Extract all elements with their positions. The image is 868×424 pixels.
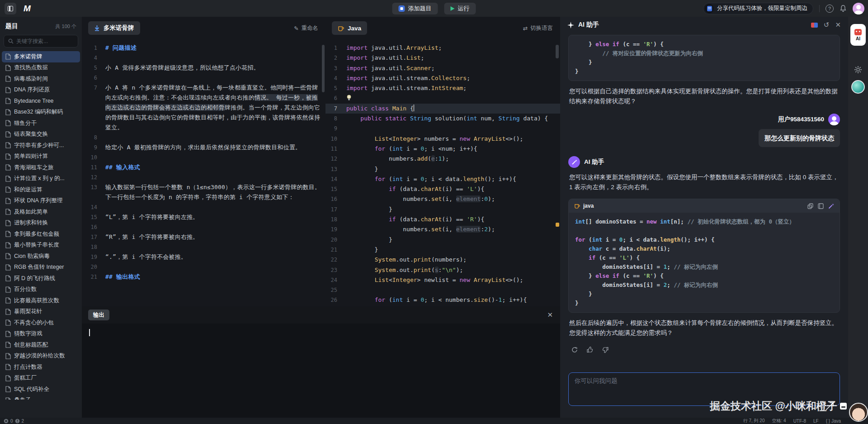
switch-language-button[interactable]: ⇄ 切换语言 [523,24,553,32]
code-line: 16 numbers.set(i, element:0); [326,194,560,204]
topbar-divider [819,5,820,12]
sidebar-problem-item[interactable]: 计算位置 x 到 y 的... [0,173,82,185]
sidebar-problem-item[interactable]: 字符串有多少种可... [0,140,82,151]
sidebar-problem-item[interactable]: RGB 色值转 Integer [0,262,82,273]
line-number: 15 [82,212,105,222]
problem-item-label: 蛋糕工厂 [14,374,37,382]
sidebar-problem-item[interactable]: Bytedance Tree [0,95,82,107]
sidebar-problem-item[interactable]: 和的逆运算 [0,184,82,195]
sidebar-problem-item[interactable]: 青海湖租车之旅 [0,162,82,173]
insert-code-icon[interactable] [818,203,824,209]
ai-close-icon[interactable]: ✕ [835,21,841,29]
sidebar-problem-item[interactable]: 拿到最多红包金额 [0,229,82,240]
thumbs-up-button[interactable] [585,344,595,355]
rename-button[interactable]: ✎ 重命名 [294,24,318,32]
code-line: 26 for (int i = 0; i < numbers.size()-1;… [326,295,560,305]
ai-code-content: } else if (c == 'R') { // 将对应位置的骨牌状态更新为向… [569,35,840,81]
sidebar-problem-item[interactable]: 及格如此简单 [0,206,82,218]
file-icon [5,375,11,381]
problem-item-label: 及格如此简单 [14,208,48,216]
regenerate-button[interactable] [569,344,580,355]
sidebar-problem-item[interactable]: 打点计数器 [0,362,82,373]
sidebar-problem-item[interactable]: 环状 DNA 序列整理 [0,195,82,207]
language-tab[interactable]: Java [332,21,367,35]
search-input[interactable]: 关键字搜索... [4,35,78,48]
sidebar-problem-item[interactable]: 简单四则计算 [0,151,82,162]
code-line: 24 List<Integer> newlist = new ArrayList… [326,275,560,285]
sidebar-problem-item[interactable]: 查找热点数据 [0,62,82,74]
problem-item-label: 猫鱼分干 [14,119,37,127]
sidebar-problem-item[interactable]: 比赛最高获胜次数 [0,295,82,306]
thumbs-down-button[interactable] [600,344,611,355]
encoding[interactable]: UTF-8 [793,419,806,424]
settings-gear-icon[interactable] [854,66,862,74]
run-button[interactable]: 运行 [444,3,476,14]
sidebar-problem-item[interactable]: 阿 D 的飞行路线 [0,273,82,284]
problem-item-label: DNA 序列还原 [14,86,50,94]
floating-widget-icon[interactable] [851,80,865,94]
sidebar-problem-item[interactable]: 创意标题匹配 [0,339,82,351]
magic-wand-icon[interactable] [828,203,834,209]
output-console[interactable] [82,324,560,418]
sidebar-problem-item[interactable]: 不再贪心的小包 [0,317,82,329]
line-number: 15 [326,184,346,194]
ai-chat-history[interactable]: } else if (c == 'R') { // 将对应位置的骨牌状态更新为向… [560,33,848,368]
history-icon[interactable]: ↺ [824,21,830,29]
help-icon[interactable]: ? [826,5,834,13]
editor-scrollbar[interactable] [556,45,559,58]
error-count[interactable]: 0 [10,419,13,424]
file-icon [5,53,11,60]
line-number: 6 [326,93,346,103]
problem-tab[interactable]: 多米诺骨牌 [88,21,140,35]
description-scrollbar[interactable] [322,45,325,92]
eol-setting[interactable]: LF [813,419,819,424]
sidebar-problem-item[interactable]: 蛋糕工厂 [0,373,82,384]
user-avatar[interactable] [853,3,864,14]
send-icon[interactable] [825,402,834,411]
sidebar-problem-item[interactable]: 猜数字游戏 [0,329,82,340]
add-problem-button[interactable]: 添加题目 [392,3,438,14]
promo-text: 分享代码练习体验，领限量定制周边 [717,5,807,12]
ai-chat-input[interactable]: 你可以问我问题 [568,372,840,406]
problem-item-label: 最小替换子串长度 [14,241,59,249]
output-close-icon[interactable]: ✕ [547,311,553,319]
sidebar-problem-item[interactable]: 进制求和转换 [0,218,82,229]
copy-icon[interactable] [807,203,813,209]
lightbulb-icon[interactable] [346,95,352,101]
sidebar-problem-item[interactable]: 猫鱼分干 [0,118,82,129]
description-line: 18 [82,242,321,252]
file-icon [5,198,11,204]
warning-count[interactable]: 2 [22,419,24,424]
sidebar-problem-item[interactable]: 百分位数 [0,284,82,295]
sidebar-problem-item[interactable]: 多米诺骨牌 [2,51,80,62]
ai-avatar [568,156,580,168]
flag-icon[interactable] [811,23,818,28]
language-mode[interactable]: { } Java [826,419,841,424]
sidebar-toggle-button[interactable] [5,3,16,14]
sidebar-problem-item[interactable]: 暴雨梨花针 [0,306,82,318]
file-icon [5,153,11,160]
output-tab[interactable]: 输出 [88,310,109,320]
problem-item-label: Bytedance Tree [14,98,54,104]
notifications-bell-icon[interactable] [840,5,847,12]
sidebar-problem-item[interactable]: 穿越沙漠的补给次数 [0,351,82,362]
problem-item-label: 链表聚集交换 [14,130,48,138]
sidebar-problem-item[interactable]: SQL 代码补全 [0,384,82,395]
sidebar-problem-item[interactable]: Cion 勒索病毒 [0,251,82,262]
indent-setting[interactable]: 空格: 4 [772,418,786,424]
sidebar-problem-item[interactable]: 病毒感染时间 [0,73,82,85]
problem-markdown-editor[interactable]: 1# 问题描述45小 A 觉得多米诺骨牌超级没意思，所以他想了点小花招。67小 … [82,43,321,306]
line-text: 输入数据第一行包括一个整数 n（1≤n≤3000），表示这一行多米诺骨牌的数目。… [105,182,321,202]
code-editor[interactable]: 1import java.util.ArrayList;2import java… [326,43,560,306]
sidebar-problem-item[interactable]: 最小替换子串长度 [0,240,82,251]
promo-badge[interactable]: 分享代码练习体验，领限量定制周边 [703,3,813,14]
sidebar-problem-item[interactable]: 链表聚集交换 [0,129,82,140]
file-icon [5,220,11,226]
sidebar-problem-item[interactable]: DNA 序列还原 [0,85,82,96]
line-number: 1 [82,43,105,53]
sidebar-problem-item[interactable]: 叠盘子 [0,395,82,400]
app-logo[interactable]: M [24,4,30,14]
sidebar-problem-item[interactable]: Base32 编码和解码 [0,107,82,118]
ai-floating-button[interactable]: AI [850,24,866,46]
cursor-position[interactable]: 行 7, 列 20 [743,418,765,424]
